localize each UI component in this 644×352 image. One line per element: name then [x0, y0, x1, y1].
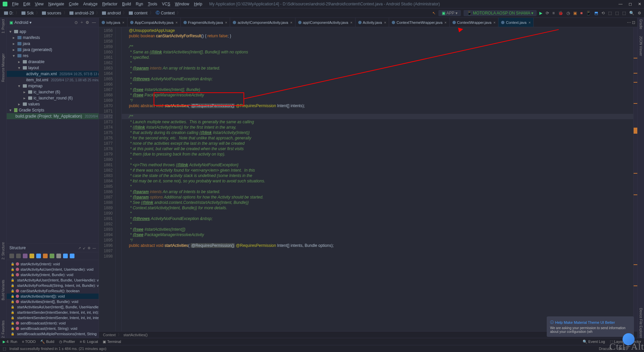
structure-item[interactable]: 🔒startActivityForResult(String, Intent, …: [7, 283, 99, 288]
settings-icon[interactable]: ⚙: [86, 20, 89, 25]
menu-navigate[interactable]: Navigate: [46, 1, 66, 7]
tool-logcat[interactable]: ≡ 6: Logcat: [80, 340, 98, 344]
tab-json-viewer[interactable]: JSON Viewer: [639, 36, 643, 56]
tree-item[interactable]: ▾Gradle Scripts: [7, 107, 99, 113]
notification-popup[interactable]: ⓘ Help Make Material Theme UI Better We …: [547, 316, 634, 337]
code-editor[interactable]: @UnsupportedAppUsage public boolean canS…: [122, 27, 633, 331]
structure-item[interactable]: 🔒startActivity(Intent): void: [7, 261, 99, 267]
menu-refactor[interactable]: Refactor: [100, 1, 119, 7]
hide-icon[interactable]: —: [93, 246, 96, 250]
editor-tab[interactable]: ivity.java×: [99, 18, 127, 27]
menu-tools[interactable]: Tools: [146, 1, 159, 7]
tree-item[interactable]: build.gradle (Project: My_Application)20…: [7, 113, 99, 119]
device-selector[interactable]: 📱 MOTOROLA AOSP ON SHAMA ▾: [464, 10, 537, 16]
filter-icon[interactable]: [70, 254, 74, 258]
tree-item[interactable]: ▸drawable: [7, 59, 99, 65]
filter-icon[interactable]: [30, 254, 34, 258]
tree-item[interactable]: ▸manifests: [7, 35, 99, 41]
tab-close-icon[interactable]: ×: [493, 20, 495, 25]
filter-icon[interactable]: [23, 254, 28, 258]
sync-icon[interactable]: ⟲: [601, 11, 605, 15]
tool-icon[interactable]: ⬚: [615, 11, 619, 15]
menu-run[interactable]: Run: [134, 1, 145, 7]
tab-close-icon[interactable]: ×: [350, 20, 352, 25]
tab-close-icon[interactable]: ×: [175, 20, 177, 25]
tree-item[interactable]: ▸ic_launcher_round (6): [7, 95, 99, 101]
menu-file[interactable]: File: [10, 1, 20, 7]
debug-icon[interactable]: 🐞: [558, 11, 563, 15]
collapse-icon[interactable]: ↙: [83, 246, 86, 250]
filter-icon[interactable]: [56, 254, 61, 258]
structure-item[interactable]: 🔒startIntentSender(IntentSender, Intent,…: [7, 315, 99, 320]
tree-item[interactable]: ▸java: [7, 41, 99, 47]
filter-icon[interactable]: [43, 254, 48, 258]
sdk-icon[interactable]: ⬒: [594, 11, 598, 15]
structure-item[interactable]: 🔒canStartActivityForResult(): boolean: [7, 288, 99, 294]
apply-changes-icon[interactable]: ⟳: [546, 11, 549, 15]
editor-tab[interactable]: activity\ComponentActivity.java×: [230, 18, 295, 27]
tabs-overflow-icon[interactable]: ⋯ ⊡: [625, 20, 637, 25]
filter-icon[interactable]: [63, 254, 68, 258]
structure-item[interactable]: 🔒startActivity(Intent, Bundle): void: [7, 272, 99, 277]
structure-item[interactable]: 🔒startActivities(Intent[], Bundle): void: [7, 299, 99, 304]
tool-todo[interactable]: ≡ TODO: [22, 340, 36, 344]
apply-code-icon[interactable]: ≡: [552, 11, 555, 15]
tool-event-log[interactable]: 🔍 Event Log: [583, 340, 605, 344]
editor-tab[interactable]: app\ComponentActivity.java×: [296, 18, 356, 27]
run-config-selector[interactable]: ▣ APP ▾: [438, 10, 461, 16]
tree-item[interactable]: ▾res: [7, 53, 99, 59]
tool-run[interactable]: ▶ 4: Run: [3, 340, 17, 344]
tab-close-icon[interactable]: ×: [290, 20, 292, 25]
marker-gutter[interactable]: [116, 27, 122, 331]
tab-build-variants[interactable]: Build Variants: [1, 280, 5, 300]
editor-tab[interactable]: ContextWrapper.java×: [450, 18, 499, 27]
tree-item[interactable]: activity_main.xml2020/8/4 16:25, 973 B 1…: [7, 71, 99, 77]
project-tree[interactable]: ▾app▸manifests▸java▸java (generated)▾res…: [7, 27, 99, 244]
crumb[interactable]: Ⓒ Context: [154, 10, 176, 16]
run-icon[interactable]: ▶: [539, 11, 542, 15]
structure-item[interactable]: 🔒startActivityAsUser(Intent, Bundle, Use…: [7, 277, 99, 283]
tool-icon[interactable]: ⬚: [608, 11, 612, 15]
avd-icon[interactable]: 📱: [586, 11, 591, 15]
crumb[interactable]: android: [101, 11, 122, 15]
structure-list[interactable]: 🔒startActivity(Intent): void🔒startActivi…: [7, 260, 99, 338]
filter-icon[interactable]: [36, 254, 41, 258]
editor-tab[interactable]: FragmentActivity.java×: [181, 18, 230, 27]
status-position[interactable]: 94:23: [618, 347, 628, 351]
crumb[interactable]: android-29: [68, 11, 95, 15]
tab-device-file-explorer[interactable]: Device File Explorer: [639, 308, 643, 338]
tool-profiler[interactable]: ◷ Profiler: [59, 340, 75, 344]
tab-close-icon[interactable]: ×: [529, 20, 531, 25]
filter-icon[interactable]: [50, 254, 54, 258]
tab-close-icon[interactable]: ×: [225, 20, 227, 25]
tab-favorites[interactable]: 2: Favorites: [1, 320, 5, 338]
structure-item[interactable]: 🔒startActivityAsUser(Intent, UserHandle)…: [7, 267, 99, 272]
editor-tab[interactable]: ContextThemeWrapper.java×: [389, 18, 449, 27]
code-area[interactable]: 1856185718581859186018611862186318641865…: [99, 27, 637, 331]
tab-close-icon[interactable]: ×: [444, 20, 446, 25]
tab-close-icon[interactable]: ×: [122, 20, 124, 25]
tab-resource-manager[interactable]: Resource Manager: [1, 53, 5, 82]
status-toggle-icon[interactable]: ⬚: [3, 347, 6, 351]
editor-tab[interactable]: Activity.java×: [356, 18, 389, 27]
sort-icon[interactable]: [9, 254, 14, 258]
tree-item[interactable]: ▸java (generated): [7, 47, 99, 53]
menu-analyze[interactable]: Analyze: [81, 1, 100, 7]
menu-code[interactable]: Code: [67, 1, 80, 7]
crumb[interactable]: content: [127, 11, 149, 15]
editor-tab[interactable]: Context.java×: [498, 18, 534, 27]
crumb[interactable]: D:: [3, 11, 15, 15]
stop-icon[interactable]: ■: [580, 11, 583, 15]
tree-item[interactable]: ▾layout: [7, 65, 99, 71]
menu-edit[interactable]: Edit: [21, 1, 32, 7]
structure-item[interactable]: 🔒startActivitiesAsUser(Intent[], Bundle,…: [7, 304, 99, 310]
menu-build[interactable]: Build: [120, 1, 133, 7]
tool-terminal[interactable]: ▣ Terminal: [103, 340, 121, 344]
search-icon[interactable]: 🔍: [629, 11, 634, 15]
maximize-icon[interactable]: ◻: [629, 2, 632, 6]
assistant-bubble-icon[interactable]: [623, 333, 635, 345]
status-more-icon[interactable]: ⋯: [634, 347, 638, 351]
tree-item[interactable]: ▾mipmap: [7, 83, 99, 89]
structure-item[interactable]: 🔒sendBroadcast(Intent): void: [7, 320, 99, 326]
hide-icon[interactable]: —: [92, 20, 96, 25]
